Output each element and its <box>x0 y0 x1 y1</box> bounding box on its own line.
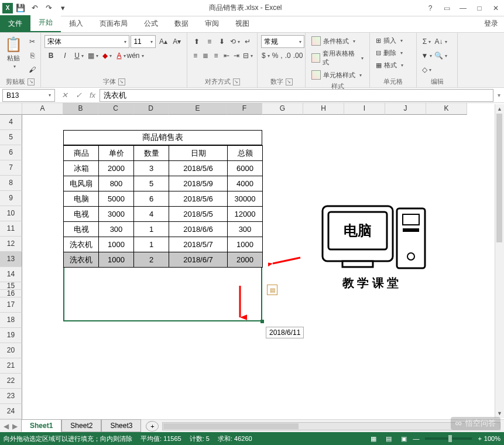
table-cell[interactable]: 6000 <box>228 161 263 176</box>
sheet-tab-1[interactable]: Sheet1 <box>21 419 61 432</box>
view-page-layout-icon[interactable]: ▤ <box>382 433 395 444</box>
delete-cells-button[interactable]: ⊟删除▾ <box>373 47 413 59</box>
table-cell[interactable]: 1 <box>134 222 169 237</box>
table-cell[interactable]: 300 <box>228 222 263 237</box>
phonetic-icon[interactable]: wén▾ <box>129 49 142 62</box>
col-header-I[interactable]: I <box>344 103 385 115</box>
table-cell[interactable]: 6 <box>134 191 169 207</box>
font-family-combo[interactable]: 宋体▾ <box>44 35 129 48</box>
table-cell[interactable]: 30000 <box>228 191 263 207</box>
table-cell[interactable]: 800 <box>99 176 134 191</box>
table-cell[interactable]: 2018/5/6 <box>169 191 228 207</box>
clipboard-launcher[interactable]: ↘ <box>28 78 35 85</box>
horizontal-scrollbar[interactable] <box>162 422 500 430</box>
align-left-icon[interactable]: ≡ <box>191 49 200 62</box>
row-header-21[interactable]: 21 <box>0 358 22 374</box>
select-all-corner[interactable] <box>0 103 22 115</box>
row-header-18[interactable]: 18 <box>0 313 22 328</box>
tab-layout[interactable]: 页面布局 <box>91 15 136 32</box>
decrease-font-icon[interactable]: A▾ <box>171 35 183 48</box>
row-header-22[interactable]: 22 <box>0 374 22 389</box>
tab-data[interactable]: 数据 <box>166 15 197 32</box>
table-cell[interactable]: 2018/6/7 <box>169 252 228 268</box>
row-header-5[interactable]: 5 <box>0 130 22 145</box>
autofill-options-icon[interactable]: ▤ <box>267 285 277 295</box>
scroll-up-icon[interactable]: ▲ <box>495 104 504 114</box>
col-header-K[interactable]: K <box>426 103 467 115</box>
fill-color-icon[interactable]: ◆▾ <box>101 49 114 62</box>
fill-icon[interactable]: ▼▾ <box>420 49 433 62</box>
autosum-icon[interactable]: Σ▾ <box>420 35 433 48</box>
paste-button[interactable]: 📋 粘贴 ▾ <box>4 35 23 76</box>
minimize-icon[interactable]: — <box>455 1 471 15</box>
zoom-slider[interactable] <box>425 437 472 440</box>
fx-icon[interactable]: fx <box>85 89 100 102</box>
copy-icon[interactable]: ⎘ <box>26 49 39 62</box>
row-header-19[interactable]: 19 <box>0 328 22 343</box>
cell-style-button[interactable]: 单元格样式▾ <box>309 69 366 81</box>
font-size-combo[interactable]: 11▾ <box>131 35 156 48</box>
view-normal-icon[interactable]: ▦ <box>367 433 380 444</box>
table-cell[interactable]: 1000 <box>228 237 263 252</box>
table-cell[interactable]: 12000 <box>228 207 263 222</box>
row-header-4[interactable]: 4 <box>0 115 22 130</box>
zoom-level[interactable]: 100% <box>484 435 500 442</box>
conditional-format-button[interactable]: 条件格式▾ <box>309 35 366 47</box>
row-header-10[interactable]: 10 <box>0 206 22 221</box>
alignment-launcher[interactable]: ↘ <box>233 78 240 85</box>
row-header-12[interactable]: 12 <box>0 237 22 252</box>
table-header[interactable]: 总额 <box>228 146 263 161</box>
redo-icon[interactable]: ↷ <box>42 2 55 15</box>
sort-filter-icon[interactable]: A↓▾ <box>434 35 447 48</box>
qat-customize-icon[interactable]: ▾ <box>56 2 69 15</box>
table-cell[interactable]: 1000 <box>99 237 134 252</box>
table-cell[interactable]: 电脑 <box>64 191 99 207</box>
table-cell[interactable]: 洗衣机 <box>64 237 99 252</box>
cut-icon[interactable]: ✂ <box>26 35 39 48</box>
tab-insert[interactable]: 插入 <box>61 15 91 32</box>
tab-home[interactable]: 开始 <box>30 14 61 32</box>
table-cell[interactable]: 2018/5/5 <box>169 207 228 222</box>
decrease-decimal-icon[interactable]: .00 <box>293 49 304 62</box>
col-header-F[interactable]: F <box>227 103 262 115</box>
italic-icon[interactable]: I <box>59 49 71 62</box>
comma-icon[interactable]: , <box>280 49 283 62</box>
table-cell[interactable]: 300 <box>99 222 134 237</box>
tab-review[interactable]: 审阅 <box>197 15 227 32</box>
row-header-8[interactable]: 8 <box>0 176 22 191</box>
col-header-H[interactable]: H <box>303 103 344 115</box>
align-middle-icon[interactable]: ≡ <box>204 35 215 48</box>
vertical-scrollbar[interactable]: ▲ ▼ <box>495 104 504 418</box>
table-cell[interactable]: 5000 <box>99 191 134 207</box>
table-cell[interactable]: 2000 <box>99 161 134 176</box>
table-cell[interactable]: 2018/5/7 <box>169 237 228 252</box>
table-cell[interactable]: 2018/6/6 <box>169 222 228 237</box>
clear-icon[interactable]: ◇▾ <box>420 63 433 76</box>
row-header-9[interactable]: 9 <box>0 191 22 206</box>
insert-cells-button[interactable]: ⊞插入▾ <box>373 35 413 46</box>
data-table[interactable]: 商品单价数量日期总额 冰箱200032018/5/66000电风扇8005201… <box>63 145 263 268</box>
maximize-icon[interactable]: □ <box>471 1 488 15</box>
percent-icon[interactable]: % <box>272 49 279 62</box>
name-box[interactable]: B13▾ <box>2 89 55 102</box>
table-header[interactable]: 单价 <box>99 146 134 161</box>
tab-view[interactable]: 视图 <box>227 15 258 32</box>
table-cell[interactable]: 4 <box>134 207 169 222</box>
align-bottom-icon[interactable]: ⬇ <box>217 35 228 48</box>
fill-handle[interactable] <box>260 320 264 323</box>
login-link[interactable]: 登录 <box>478 15 504 32</box>
tab-file[interactable]: 文件 <box>0 15 30 32</box>
help-icon[interactable]: ? <box>422 1 438 15</box>
table-cell[interactable]: 洗衣机 <box>64 252 99 268</box>
increase-indent-icon[interactable]: ⇥ <box>232 49 241 62</box>
col-header-C[interactable]: C <box>98 103 133 115</box>
number-launcher[interactable]: ↘ <box>286 78 293 85</box>
sheet-tab-3[interactable]: Sheet3 <box>101 419 141 432</box>
add-sheet-icon[interactable]: + <box>146 421 159 432</box>
sheet-nav-next-icon[interactable]: ▶ <box>12 422 18 430</box>
col-header-D[interactable]: D <box>133 103 169 115</box>
table-cell[interactable]: 2000 <box>228 252 263 268</box>
table-cell[interactable]: 电视 <box>64 207 99 222</box>
table-cell[interactable]: 1000 <box>99 252 134 268</box>
col-header-E[interactable]: E <box>169 103 227 115</box>
